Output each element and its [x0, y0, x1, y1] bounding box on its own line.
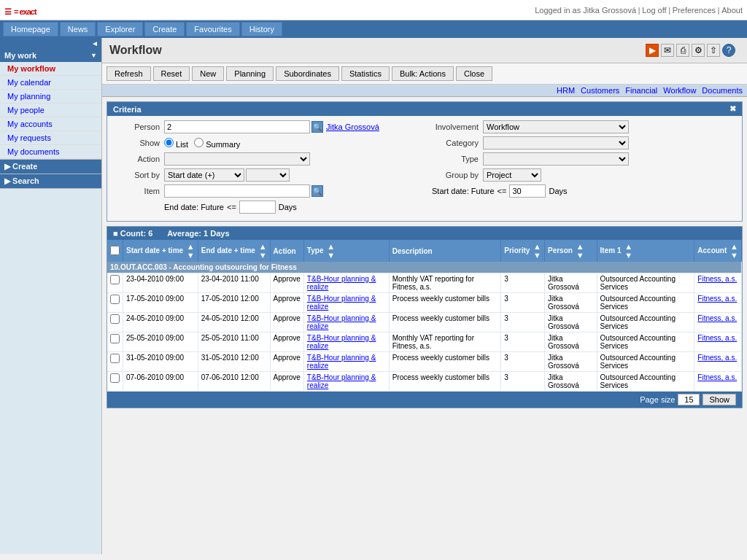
header-icons: ▶ ✉ ⎙ ⚙ ⇧ ? [641, 42, 740, 58]
settings-icon[interactable]: ⚙ [692, 44, 705, 57]
row-type[interactable]: T&B-Hour planning & realize [303, 273, 389, 293]
enddate-unit: Days [279, 203, 297, 211]
row-item1: Outsourced Accounting Services [597, 332, 694, 352]
sidebar-item-myrequests[interactable]: My requests [0, 131, 101, 145]
sidebar-search-title[interactable]: ▶ Search [0, 174, 101, 188]
sortby-dir-select[interactable] [246, 168, 290, 182]
row-checkbox[interactable] [110, 275, 120, 284]
startdate-input[interactable] [509, 184, 546, 198]
sidebar-item-mydocuments[interactable]: My documents [0, 145, 101, 159]
row-type[interactable]: T&B-Hour planning & realize [303, 313, 389, 332]
item-input[interactable] [164, 184, 310, 198]
nav-favourites[interactable]: Favourites [186, 22, 239, 36]
nav-news[interactable]: News [60, 22, 96, 36]
export-icon[interactable]: ⇧ [707, 44, 720, 57]
criteria-row-person: Person 🔍 Jitka Grossová Involvement Work… [113, 120, 736, 133]
action-select[interactable] [164, 152, 310, 166]
nav-homepage[interactable]: Homepage [3, 22, 58, 36]
show-button[interactable]: Show [703, 394, 736, 405]
row-checkbox[interactable] [110, 373, 120, 383]
type-label: Type [432, 155, 483, 163]
row-account[interactable]: Fitness, a.s. [694, 372, 742, 392]
person-name-link[interactable]: Jitka Grossová [326, 122, 379, 131]
sec-nav-workflow[interactable]: Workflow [663, 86, 696, 95]
row-checkbox[interactable] [110, 354, 120, 363]
rss-icon[interactable]: ▶ [646, 44, 659, 57]
print-icon[interactable]: ⎙ [676, 44, 689, 57]
criteria-close-icon[interactable]: ✖ [729, 104, 736, 114]
person-search-icon[interactable]: 🔍 [311, 121, 323, 133]
log-off-link[interactable]: Log off [642, 6, 666, 15]
nav-history[interactable]: History [241, 22, 282, 36]
table-header-row: Start date + time ▲▼ End date + time ▲▼ … [107, 240, 742, 262]
preferences-link[interactable]: Preferences [673, 6, 716, 15]
subordinates-button[interactable]: Subordinates [276, 66, 339, 81]
criteria-col-startdate: Start date: Future <= Days [417, 184, 736, 198]
sidebar-toggle[interactable]: ◄ [0, 38, 101, 49]
col-account: Account ▲▼ [694, 240, 742, 262]
sidebar-item-myaccounts[interactable]: My accounts [0, 117, 101, 131]
sec-nav-financial[interactable]: Financial [625, 86, 657, 95]
row-type[interactable]: T&B-Hour planning & realize [303, 372, 389, 392]
row-checkbox-cell [107, 332, 123, 352]
select-all-checkbox[interactable] [110, 246, 120, 255]
col-action: Action [270, 240, 303, 262]
nav-explorer[interactable]: Explorer [97, 22, 143, 36]
reset-button[interactable]: Reset [153, 66, 190, 81]
groupby-select[interactable]: Project [483, 168, 541, 182]
row-account[interactable]: Fitness, a.s. [694, 332, 742, 352]
page-size-input[interactable] [678, 394, 700, 405]
about-link[interactable]: About [721, 6, 743, 15]
row-account[interactable]: Fitness, a.s. [694, 352, 742, 372]
sec-nav-hrm[interactable]: HRM [557, 86, 575, 95]
row-checkbox[interactable] [110, 334, 120, 343]
planning-button[interactable]: Planning [226, 66, 274, 81]
type-select[interactable] [483, 152, 629, 166]
row-account[interactable]: Fitness, a.s. [694, 313, 742, 332]
criteria-col-enddate: End date: Future <= Days [113, 201, 736, 214]
sidebar-mywork-title[interactable]: My work ▼ [0, 49, 101, 62]
row-checkbox[interactable] [110, 295, 120, 304]
pagination: Page size Show [107, 392, 742, 408]
sidebar-section-mywork: My work ▼ My workflow My calendar My pla… [0, 49, 101, 160]
person-input[interactable] [164, 120, 310, 133]
show-list-radio[interactable] [164, 138, 174, 147]
row-account[interactable]: Fitness, a.s. [694, 293, 742, 313]
sidebar-create-title[interactable]: ▶ Create [0, 160, 101, 174]
email-icon[interactable]: ✉ [661, 44, 674, 57]
sec-nav-documents[interactable]: Documents [702, 86, 743, 95]
sortby-select[interactable]: Start date (+) [164, 168, 244, 182]
row-description: Process weekly customer bills [389, 313, 501, 332]
new-button[interactable]: New [192, 66, 224, 81]
show-summary-radio[interactable] [194, 138, 204, 147]
row-type[interactable]: T&B-Hour planning & realize [303, 352, 389, 372]
nav-create[interactable]: Create [144, 22, 185, 36]
row-account[interactable]: Fitness, a.s. [694, 273, 742, 293]
row-description: Process weekly customer bills [389, 352, 501, 372]
row-type[interactable]: T&B-Hour planning & realize [303, 332, 389, 352]
sidebar-item-myplanning[interactable]: My planning [0, 90, 101, 104]
sidebar-item-mycalendar[interactable]: My calendar [0, 76, 101, 90]
category-select[interactable] [483, 136, 629, 149]
help-icon[interactable]: ? [722, 44, 735, 57]
statistics-button[interactable]: Statistics [341, 66, 390, 81]
col-person: Person ▲▼ [545, 240, 597, 262]
row-checkbox[interactable] [110, 314, 120, 324]
criteria-col-type: Type [417, 152, 736, 166]
sidebar-item-mypeople[interactable]: My people [0, 104, 101, 117]
enddate-input[interactable] [239, 201, 276, 214]
refresh-button[interactable]: Refresh [107, 66, 151, 81]
table-row: 24-05-2010 09:00 24-05-2010 12:00 Approv… [107, 313, 742, 332]
row-startdate: 23-04-2010 09:00 [123, 273, 198, 293]
row-type[interactable]: T&B-Hour planning & realize [303, 293, 389, 313]
sec-nav-customers[interactable]: Customers [581, 86, 619, 95]
involvement-select[interactable]: Workflow [483, 120, 629, 133]
row-action: Approve [270, 332, 303, 352]
close-button[interactable]: Close [456, 66, 492, 81]
bulk-actions-button[interactable]: Bulk: Actions [392, 66, 454, 81]
row-person: Jitka Grossová [545, 273, 597, 293]
sidebar-item-myworkflow[interactable]: My workflow [0, 62, 101, 76]
sidebar: ◄ My work ▼ My workflow My calendar My p… [0, 38, 102, 554]
row-item1: Outsourced Accounting Services [597, 293, 694, 313]
item-search-icon[interactable]: 🔍 [311, 185, 323, 197]
